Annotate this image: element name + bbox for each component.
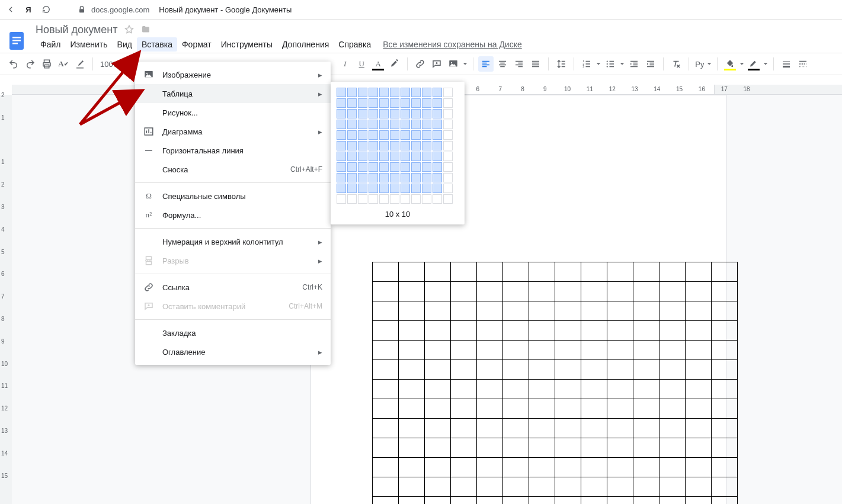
table-picker-cell[interactable] xyxy=(379,162,389,172)
table-picker-cell[interactable] xyxy=(443,141,453,150)
insert-image-button[interactable] xyxy=(446,56,461,72)
table-picker-cell[interactable] xyxy=(411,184,421,193)
table-picker-cell[interactable] xyxy=(401,184,410,193)
yandex-icon[interactable]: Я xyxy=(24,5,33,14)
table-picker-cell[interactable] xyxy=(369,194,378,204)
menu-вставка[interactable]: Вставка xyxy=(137,37,177,52)
chevron-down-icon[interactable] xyxy=(462,62,468,66)
chevron-down-icon[interactable] xyxy=(739,62,745,66)
saved-status[interactable]: Все изменения сохранены на Диске xyxy=(383,40,522,49)
input-tools-button[interactable]: Ру xyxy=(694,60,705,69)
table-picker-cell[interactable] xyxy=(337,120,346,129)
table-picker-cell[interactable] xyxy=(369,109,378,118)
table-picker-cell[interactable] xyxy=(390,173,399,182)
chevron-down-icon[interactable] xyxy=(619,62,625,66)
increase-indent-button[interactable] xyxy=(643,56,658,72)
underline-button[interactable]: U xyxy=(354,56,369,72)
table-picker-cell[interactable] xyxy=(401,130,410,140)
table-picker-cell[interactable] xyxy=(443,173,453,182)
menu-item-table[interactable]: Таблица ▸ xyxy=(135,84,331,103)
table-picker-cell[interactable] xyxy=(347,88,357,97)
table-picker-cell[interactable] xyxy=(411,173,421,182)
table-picker-cell[interactable] xyxy=(422,88,431,97)
table-picker-cell[interactable] xyxy=(347,130,357,140)
table-picker-cell[interactable] xyxy=(358,88,367,97)
table-picker-cell[interactable] xyxy=(443,152,453,161)
menu-item-image[interactable]: Изображение ▸ xyxy=(135,65,331,84)
menu-item-toc[interactable]: Оглавление ▸ xyxy=(135,342,331,361)
move-folder-icon[interactable] xyxy=(140,24,151,35)
table-picker-cell[interactable] xyxy=(422,184,431,193)
table-picker-cell[interactable] xyxy=(369,130,378,140)
table-picker-cell[interactable] xyxy=(433,173,442,182)
table-picker-cell[interactable] xyxy=(369,88,378,97)
table-picker-cell[interactable] xyxy=(411,194,421,204)
highlight-button[interactable] xyxy=(387,56,402,72)
table-picker-cell[interactable] xyxy=(347,173,357,182)
table-picker-cell[interactable] xyxy=(369,152,378,161)
align-justify-button[interactable] xyxy=(528,56,543,72)
table-picker-cell[interactable] xyxy=(347,141,357,150)
table-picker-cell[interactable] xyxy=(390,152,399,161)
table-picker-cell[interactable] xyxy=(411,120,421,129)
table-picker-cell[interactable] xyxy=(337,173,346,182)
table-picker-cell[interactable] xyxy=(379,152,389,161)
table-picker-cell[interactable] xyxy=(401,152,410,161)
table-picker-cell[interactable] xyxy=(390,130,399,140)
align-right-button[interactable] xyxy=(511,56,527,72)
table-picker-cell[interactable] xyxy=(401,173,410,182)
table-picker-cell[interactable] xyxy=(443,194,453,204)
table-picker-cell[interactable] xyxy=(433,130,442,140)
table-picker-cell[interactable] xyxy=(411,109,421,118)
insert-link-button[interactable] xyxy=(412,56,428,72)
menu-item-chart[interactable]: Диаграмма ▸ xyxy=(135,122,331,141)
menu-item-footnote[interactable]: Сноска Ctrl+Alt+F xyxy=(135,160,331,179)
table-picker-cell[interactable] xyxy=(379,88,389,97)
table-picker-cell[interactable] xyxy=(358,130,367,140)
table-picker-cell[interactable] xyxy=(422,120,431,129)
table-picker-cell[interactable] xyxy=(443,120,453,129)
table-picker-cell[interactable] xyxy=(433,109,442,118)
table-picker-cell[interactable] xyxy=(358,184,367,193)
table-picker-cell[interactable] xyxy=(390,194,399,204)
table-picker-cell[interactable] xyxy=(358,173,367,182)
table-picker-cell[interactable] xyxy=(337,152,346,161)
menu-справка[interactable]: Справка xyxy=(334,37,376,52)
insert-comment-button[interactable] xyxy=(429,56,444,72)
align-center-button[interactable] xyxy=(495,56,510,72)
table-picker-cell[interactable] xyxy=(433,162,442,172)
table-picker-cell[interactable] xyxy=(411,141,421,150)
table-picker-cell[interactable] xyxy=(347,98,357,108)
table-picker-cell[interactable] xyxy=(358,98,367,108)
table-picker-cell[interactable] xyxy=(379,141,389,150)
align-left-button[interactable] xyxy=(478,56,494,72)
existing-table[interactable] xyxy=(372,262,738,504)
fill-color-button[interactable] xyxy=(722,56,738,72)
table-picker-cell[interactable] xyxy=(358,162,367,172)
table-picker-cell[interactable] xyxy=(401,98,410,108)
vertical-ruler[interactable]: 21123456789101112131415 xyxy=(0,95,12,504)
table-picker-cell[interactable] xyxy=(379,109,389,118)
doc-title[interactable]: Новый документ xyxy=(36,24,118,36)
menu-item-bookmark[interactable]: Закладка xyxy=(135,323,331,342)
table-picker-cell[interactable] xyxy=(433,194,442,204)
table-picker-cell[interactable] xyxy=(369,184,378,193)
table-picker-cell[interactable] xyxy=(443,130,453,140)
table-picker-cell[interactable] xyxy=(337,98,346,108)
address-bar[interactable]: docs.google.com Новый документ - Google … xyxy=(77,5,292,14)
table-picker-cell[interactable] xyxy=(390,120,399,129)
table-picker-cell[interactable] xyxy=(347,109,357,118)
table-picker-cell[interactable] xyxy=(347,194,357,204)
table-picker-cell[interactable] xyxy=(369,141,378,150)
table-picker-cell[interactable] xyxy=(401,141,410,150)
table-picker-cell[interactable] xyxy=(411,98,421,108)
chevron-down-icon[interactable] xyxy=(763,62,769,66)
border-width-button[interactable] xyxy=(779,56,794,72)
zoom-select[interactable]: 100% xyxy=(98,60,130,69)
table-picker-cell[interactable] xyxy=(433,88,442,97)
table-picker-cell[interactable] xyxy=(401,194,410,204)
line-spacing-button[interactable] xyxy=(553,56,569,72)
table-picker-cell[interactable] xyxy=(390,162,399,172)
table-picker-cell[interactable] xyxy=(379,130,389,140)
table-picker-cell[interactable] xyxy=(358,194,367,204)
